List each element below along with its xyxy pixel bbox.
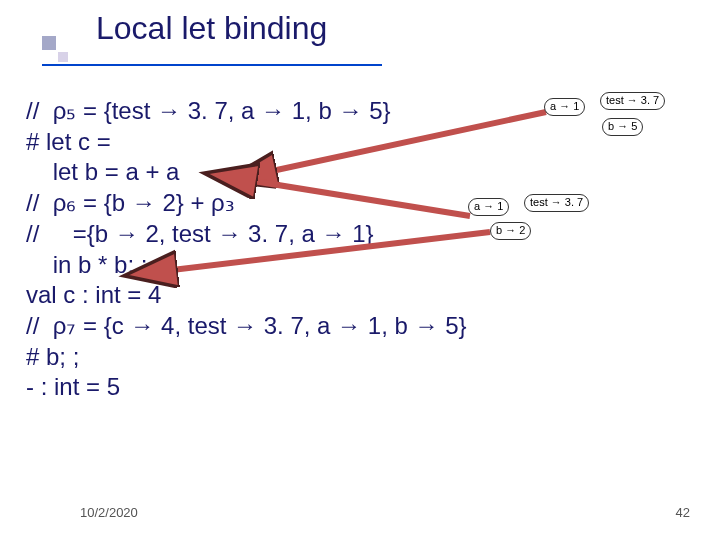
cloud-b5: b → 5 bbox=[602, 118, 643, 136]
slide-title: Local let binding bbox=[96, 10, 702, 47]
code-line: # let c = bbox=[26, 127, 694, 158]
cloud-a1: a → 1 bbox=[544, 98, 585, 116]
code-line: in b * b; ; bbox=[26, 250, 694, 281]
code-line: - : int = 5 bbox=[26, 372, 694, 403]
code-line: val c : int = 4 bbox=[26, 280, 694, 311]
footer-page-number: 42 bbox=[676, 505, 690, 520]
bullet-decor bbox=[42, 36, 56, 50]
cloud-a1-mid: a → 1 bbox=[468, 198, 509, 216]
cloud-test37: test → 3. 7 bbox=[600, 92, 665, 110]
code-line: # b; ; bbox=[26, 342, 694, 373]
code-line: // ρ₆ = {b → 2} + ρ₃ bbox=[26, 188, 694, 219]
cloud-test37-mid: test → 3. 7 bbox=[524, 194, 589, 212]
bullet-decor-small bbox=[58, 52, 68, 62]
cloud-b2: b → 2 bbox=[490, 222, 531, 240]
title-underline bbox=[42, 64, 382, 66]
code-body: // ρ₅ = {test → 3. 7, a → 1, b → 5} # le… bbox=[26, 96, 694, 403]
footer-date: 10/2/2020 bbox=[80, 505, 138, 520]
code-line: // ρ₇ = {c → 4, test → 3. 7, a → 1, b → … bbox=[26, 311, 694, 342]
code-line: let b = a + a bbox=[26, 157, 694, 188]
code-line: // ={b → 2, test → 3. 7, a → 1} bbox=[26, 219, 694, 250]
code-line: // ρ₅ = {test → 3. 7, a → 1, b → 5} bbox=[26, 96, 694, 127]
title-area: Local let binding bbox=[18, 10, 702, 47]
